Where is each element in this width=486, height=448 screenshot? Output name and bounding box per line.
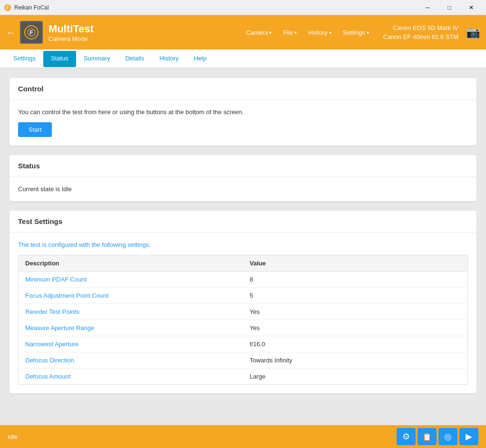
target-button[interactable]: ◎ (438, 428, 457, 445)
control-description: You can control the test from here or us… (18, 108, 468, 116)
control-title: Control (18, 85, 43, 93)
status-bar: Idle ⚙ 📋 ◎ ▶ (0, 425, 486, 448)
tab-bar: Settings Status Summary Details History … (0, 49, 486, 68)
settings-intro: The test is configured with the followin… (18, 241, 468, 248)
row-value: Large (243, 369, 468, 385)
nav-history[interactable]: History ▾ (303, 26, 336, 39)
row-description: Measure Aperture Range (19, 320, 243, 336)
target-icon: ◎ (444, 431, 452, 442)
tab-details[interactable]: Details (117, 51, 152, 67)
control-card: Control You can control the test from he… (10, 78, 476, 146)
folder-button[interactable]: 📋 (418, 428, 437, 445)
play-button[interactable]: ▶ (459, 428, 478, 445)
app-title-block: MultiTest Camera Mode (49, 23, 241, 42)
camera-lens: Canon EF 40mm f/2.8 STM (383, 32, 458, 42)
title-bar-left: F Reikan FoCal (4, 4, 49, 11)
test-settings-card: Test Settings The test is configured wit… (10, 211, 476, 393)
chevron-down-icon: ▾ (367, 30, 369, 35)
col-description: Description (19, 255, 243, 272)
table-row: Defocus DirectionTowards Infinity (19, 352, 468, 369)
row-value: 5 (243, 288, 468, 304)
gear-icon: ⚙ (402, 431, 410, 442)
title-bar-controls: ─ □ ✕ (417, 0, 482, 15)
row-value: Towards Infinity (243, 352, 468, 369)
camera-model: Canon EOS 5D Mark IV (383, 23, 458, 33)
settings-table: Description Value Minimum PDAF Count8Foc… (18, 255, 468, 385)
row-description: Defocus Direction (19, 352, 243, 369)
nav-file[interactable]: File ▾ (278, 26, 301, 39)
control-card-header: Control (10, 78, 476, 100)
row-value: f/16.0 (243, 336, 468, 352)
app-header: ← F MultiTest Camera Mode Camera ▾ File … (0, 15, 486, 49)
row-description: Focus Adjustment Point Count (19, 288, 243, 304)
gear-button[interactable]: ⚙ (397, 428, 416, 445)
test-settings-card-header: Test Settings (10, 211, 476, 233)
status-current-state: Current state is Idle (18, 185, 468, 193)
row-value: Yes (243, 320, 468, 336)
camera-info: Canon EOS 5D Mark IV Canon EF 40mm f/2.8… (383, 23, 458, 42)
status-card-header: Status (10, 155, 476, 177)
chevron-down-icon: ▾ (269, 30, 272, 35)
tab-history[interactable]: History (152, 51, 186, 67)
svg-text:F: F (6, 5, 9, 10)
table-row: Reorder Test PointsYes (19, 304, 468, 320)
table-row: Defocus AmountLarge (19, 369, 468, 385)
row-description: Reorder Test Points (19, 304, 243, 320)
play-icon: ▶ (466, 431, 472, 442)
app-icon: F (4, 4, 11, 11)
back-button[interactable]: ← (6, 27, 15, 38)
minimize-button[interactable]: ─ (417, 0, 438, 15)
folder-icon: 📋 (422, 432, 432, 441)
table-row: Minimum PDAF Count8 (19, 272, 468, 288)
table-row: Measure Aperture RangeYes (19, 320, 468, 336)
status-card-body: Current state is Idle (10, 177, 476, 201)
app-title: MultiTest (49, 23, 241, 35)
row-value: Yes (243, 304, 468, 320)
header-nav: Camera ▾ File ▾ History ▾ Settings ▾ (241, 26, 374, 39)
table-row: Narrowest Aperturef/16.0 (19, 336, 468, 352)
chevron-down-icon: ▾ (294, 30, 297, 35)
chevron-down-icon: ▾ (329, 30, 331, 35)
nav-settings[interactable]: Settings ▾ (338, 26, 374, 39)
logo-image: F (21, 22, 42, 43)
row-description: Minimum PDAF Count (19, 272, 243, 288)
row-description: Defocus Amount (19, 369, 243, 385)
back-icon: ← (6, 27, 15, 38)
control-card-body: You can control the test from here or us… (10, 100, 476, 146)
tab-help[interactable]: Help (186, 51, 214, 67)
status-title: Status (18, 162, 40, 170)
main-content: Control You can control the test from he… (0, 68, 486, 425)
nav-camera[interactable]: Camera ▾ (241, 26, 276, 39)
table-row: Focus Adjustment Point Count5 (19, 288, 468, 304)
start-button[interactable]: Start (18, 122, 52, 137)
tab-status[interactable]: Status (43, 51, 76, 67)
test-settings-title: Test Settings (18, 217, 62, 225)
status-card: Status Current state is Idle (10, 155, 476, 201)
app-subtitle: Camera Mode (49, 35, 241, 42)
close-button[interactable]: ✕ (460, 0, 482, 15)
tab-summary[interactable]: Summary (76, 51, 118, 67)
maximize-button[interactable]: □ (438, 0, 460, 15)
svg-text:F: F (29, 29, 33, 36)
app-logo: F (20, 21, 43, 44)
camera-icon: 📷 (466, 26, 480, 39)
row-description: Narrowest Aperture (19, 336, 243, 352)
status-bar-label: Idle (8, 433, 18, 440)
test-settings-card-body: The test is configured with the followin… (10, 233, 476, 393)
title-bar: F Reikan FoCal ─ □ ✕ (0, 0, 486, 15)
status-bar-actions: ⚙ 📋 ◎ ▶ (397, 428, 478, 445)
col-value: Value (243, 255, 468, 272)
tab-settings[interactable]: Settings (6, 51, 43, 67)
title-bar-text: Reikan FoCal (14, 4, 49, 11)
row-value: 8 (243, 272, 468, 288)
